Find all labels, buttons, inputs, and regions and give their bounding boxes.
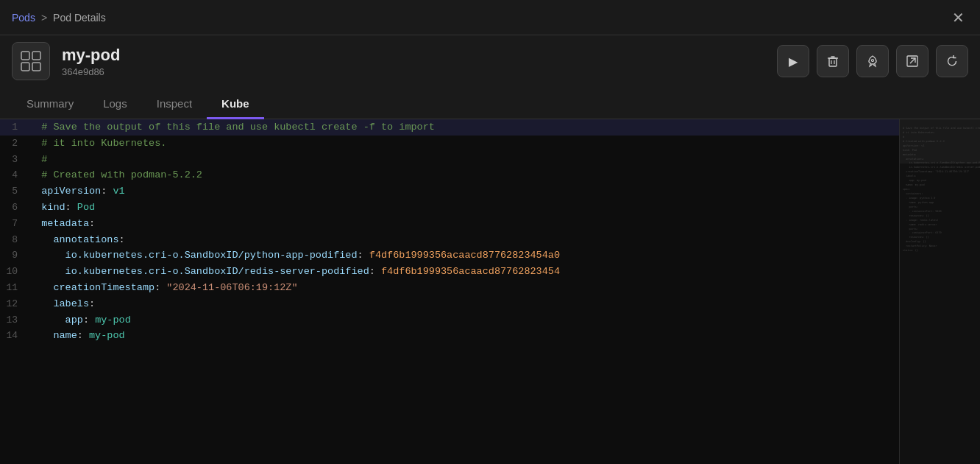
external-link-icon (906, 55, 919, 68)
code-line: 5 apiVersion: v1 (0, 183, 899, 200)
code-line: 9 io.kubernetes.cri-o.SandboxID/python-a… (0, 247, 899, 264)
code-line: 10 io.kubernetes.cri-o.SandboxID/redis-s… (0, 264, 899, 280)
minimap-content: # Save the output of this file and use k… (900, 119, 980, 261)
breadcrumb-current: Pod Details (53, 12, 106, 24)
rocket-icon (866, 55, 879, 68)
close-button[interactable]: ✕ (948, 7, 968, 28)
deploy-button[interactable] (856, 45, 889, 77)
breadcrumb-separator: > (41, 12, 47, 24)
tab-logs[interactable]: Logs (88, 90, 142, 119)
header: Pods > Pod Details ✕ (0, 0, 980, 35)
refresh-icon (945, 55, 959, 68)
svg-rect-2 (21, 63, 29, 71)
code-line: 11 creationTimestamp: "2024-11-06T06:19:… (0, 280, 899, 296)
code-line: 7 metadata: (0, 216, 899, 232)
pod-id: 364e9d86 (62, 66, 120, 77)
breadcrumb-pods-link[interactable]: Pods (12, 12, 35, 24)
code-line: 6 kind: Pod (0, 200, 899, 216)
code-editor[interactable]: 1 # Save the output of this file and use… (0, 119, 899, 464)
delete-button[interactable] (817, 45, 849, 77)
code-line: 1 # Save the output of this file and use… (0, 119, 899, 136)
pod-icon (12, 42, 50, 80)
svg-rect-4 (829, 58, 837, 66)
minimap: # Save the output of this file and use k… (899, 119, 980, 464)
refresh-button[interactable] (936, 45, 968, 77)
code-line: 12 labels: (0, 296, 899, 312)
pod-icon-svg (20, 50, 42, 72)
play-button[interactable]: ▶ (777, 45, 809, 77)
pod-name: my-pod (62, 46, 120, 65)
code-container: 1 # Save the output of this file and use… (0, 119, 980, 464)
pod-info-row: my-pod 364e9d86 ▶ (0, 35, 980, 87)
tab-kube[interactable]: Kube (207, 90, 264, 119)
svg-point-9 (872, 60, 874, 62)
tabs-bar: Summary Logs Inspect Kube (0, 87, 980, 119)
code-line: 8 annotations: (0, 232, 899, 248)
pod-name-group: my-pod 364e9d86 (62, 46, 120, 77)
pod-actions: ▶ (777, 45, 968, 77)
code-line: 14 name: my-pod (0, 328, 899, 344)
tab-inspect[interactable]: Inspect (142, 90, 207, 119)
svg-rect-0 (21, 52, 29, 60)
external-button[interactable] (896, 45, 928, 77)
code-line: 3 # (0, 152, 899, 168)
svg-rect-1 (32, 52, 40, 60)
trash-icon (826, 55, 839, 68)
code-line: 13 app: my-pod (0, 312, 899, 328)
svg-rect-3 (32, 63, 40, 71)
svg-line-11 (910, 58, 915, 63)
breadcrumb: Pods > Pod Details (12, 12, 106, 24)
code-line: 2 # it into Kubernetes. (0, 136, 899, 152)
code-line: 4 # Created with podman-5.2.2 (0, 167, 899, 183)
tab-summary[interactable]: Summary (12, 90, 88, 119)
